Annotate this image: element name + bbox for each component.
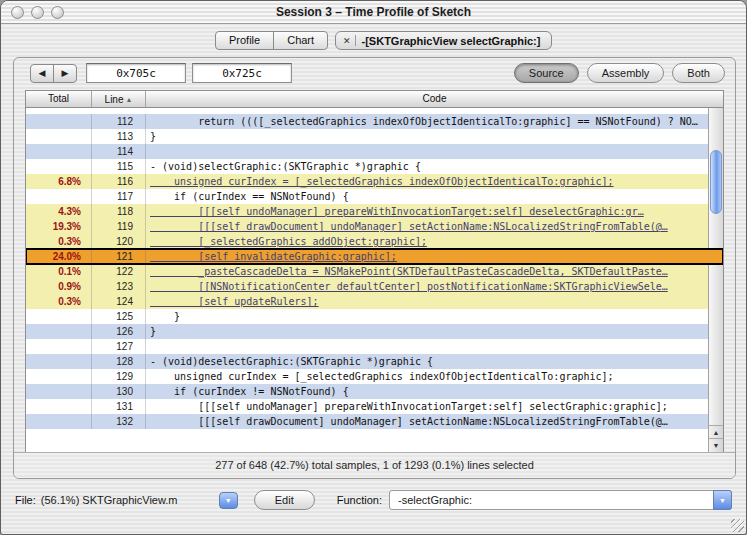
line-cell: 118 [92,204,146,219]
line-cell: 125 [92,309,146,324]
table-row[interactable]: 130 if (curIndex != NSNotFound) { [26,384,723,399]
total-cell [26,414,92,429]
line-cell: 122 [92,264,146,279]
assembly-button[interactable]: Assembly [587,63,665,83]
column-header-line[interactable]: Line ▲ [92,91,146,107]
table-body: 112 return ((([_selectedGraphics indexOf… [26,108,723,452]
scroll-down-button[interactable]: ▼ [709,438,723,452]
table-row[interactable]: 0.3%124 [self updateRulers]; [26,294,723,309]
document-tab[interactable]: ✕ -[SKTGraphicView selectGraphic:] [335,31,552,50]
scroll-up-button[interactable]: ▲ [709,425,723,439]
table-row[interactable]: 117 if (curIndex == NSNotFound) { [26,189,723,204]
code-cell: - (void)selectGraphic:(SKTGraphic *)grap… [146,159,723,174]
status-bar: 277 of 648 (42.7%) total samples, 1 of 1… [14,452,735,478]
nav-buttons: ◀ ▶ [30,64,77,83]
vertical-scrollbar[interactable]: ▲ ▼ [708,108,723,452]
table-row[interactable]: 113} [26,129,723,144]
total-cell [26,189,92,204]
scrollbar-thumb[interactable] [710,150,722,214]
line-cell: 123 [92,279,146,294]
total-cell [26,159,92,174]
file-label: File: [15,494,36,506]
file-popup-button[interactable]: ▼ [219,492,238,509]
total-cell [26,129,92,144]
code-cell: [[[self drawDocument] undoManager] setAc… [146,414,723,429]
page-segmented-control: Profile Chart [215,31,328,50]
line-cell: 116 [92,174,146,189]
column-header-total[interactable]: Total [26,91,92,107]
total-cell: 6.8% [26,174,92,189]
code-cell: [_selectedGraphics addObject:graphic]; [146,234,723,249]
table-row[interactable]: 131 [[[self undoManager] prepareWithInvo… [26,399,723,414]
code-cell: [[NSNotificationCenter defaultCenter] po… [146,279,723,294]
code-cell: [[[self undoManager] prepareWithInvocati… [146,204,723,219]
column-header-code[interactable]: Code [146,91,723,107]
code-cell: [[[self drawDocument] undoManager] setAc… [146,219,723,234]
function-popup[interactable]: -selectGraphic: ▼ [389,490,732,510]
table-row[interactable]: 126} [26,324,723,339]
footer-bar: File: (56.1%) SKTGraphicView.m ▼ Edit Fu… [1,485,746,515]
code-cell: _pasteCascadeDelta = NSMakePoint(SKTDefa… [146,264,723,279]
file-popup-value[interactable]: (56.1%) SKTGraphicView.m [41,494,219,506]
back-button[interactable]: ◀ [31,65,53,82]
table-row[interactable]: 128- (void)deselectGraphic:(SKTGraphic *… [26,354,723,369]
table-row[interactable]: 6.8%116 unsigned curIndex = [_selectedGr… [26,174,723,189]
total-cell [26,399,92,414]
total-cell [26,309,92,324]
table-row[interactable]: 114 [26,144,723,159]
table-row[interactable]: 112 return ((([_selectedGraphics indexOf… [26,114,723,129]
total-cell [26,339,92,354]
line-cell: 131 [92,399,146,414]
code-cell: } [146,129,723,144]
total-cell: 0.1% [26,264,92,279]
table-row[interactable]: 4.3%118 [[[self undoManager] prepareWith… [26,204,723,219]
table-row[interactable]: 127 [26,339,723,354]
code-cell: unsigned curIndex = [_selectedGraphics i… [146,174,723,189]
function-popup-button[interactable]: ▼ [713,490,732,510]
table-row[interactable]: 0.1%122 _pasteCascadeDelta = NSMakePoint… [26,264,723,279]
table-header: Total Line ▲ Code [26,91,723,108]
total-cell [26,114,92,129]
line-cell: 124 [92,294,146,309]
table-row[interactable]: 0.9%123 [[NSNotificationCenter defaultCe… [26,279,723,294]
sort-ascending-icon: ▲ [125,92,132,107]
tab-chart[interactable]: Chart [273,32,327,49]
edit-button[interactable]: Edit [254,490,315,510]
total-cell: 24.0% [26,249,92,264]
app-window: Session 3 – Time Profile of Sketch Profi… [0,0,747,535]
address-end-field[interactable] [192,63,292,83]
resize-grip[interactable] [731,519,744,532]
code-cell: - (void)deselectGraphic:(SKTGraphic *)gr… [146,354,723,369]
forward-button[interactable]: ▶ [53,65,76,82]
both-button[interactable]: Both [672,63,725,83]
line-cell: 129 [92,369,146,384]
address-start-field[interactable] [86,63,186,83]
line-cell: 128 [92,354,146,369]
code-cell: } [146,309,723,324]
code-cell: [self updateRulers]; [146,294,723,309]
table-row[interactable]: 115- (void)selectGraphic:(SKTGraphic *)g… [26,159,723,174]
table-row[interactable]: 19.3%119 [[[self drawDocument] undoManag… [26,219,723,234]
total-cell: 0.9% [26,279,92,294]
forward-icon: ▶ [62,68,69,78]
tab-divider [355,35,356,46]
table-row[interactable]: 24.0%121 [self invalidateGraphic:graphic… [26,249,723,264]
close-tab-icon[interactable]: ✕ [343,36,351,46]
column-header-line-label: Line [105,92,124,107]
document-tab-label: -[SKTGraphicView selectGraphic:] [362,35,541,47]
code-cell [146,339,723,354]
line-cell: 113 [92,129,146,144]
line-cell: 127 [92,339,146,354]
table-row[interactable]: 129 unsigned curIndex = [_selectedGraphi… [26,369,723,384]
tab-strip: Profile Chart ✕ -[SKTGraphicView selectG… [1,23,746,57]
code-cell: if (curIndex != NSNotFound) { [146,384,723,399]
table-row[interactable]: 125 } [26,309,723,324]
tab-profile[interactable]: Profile [216,32,273,49]
total-cell [26,384,92,399]
table-row[interactable]: 0.3%120 [_selectedGraphics addObject:gra… [26,234,723,249]
total-cell [26,354,92,369]
total-cell: 19.3% [26,219,92,234]
table-row[interactable]: 132 [[[self drawDocument] undoManager] s… [26,414,723,429]
source-button[interactable]: Source [514,63,579,83]
popup-arrow-icon: ▼ [225,497,232,504]
